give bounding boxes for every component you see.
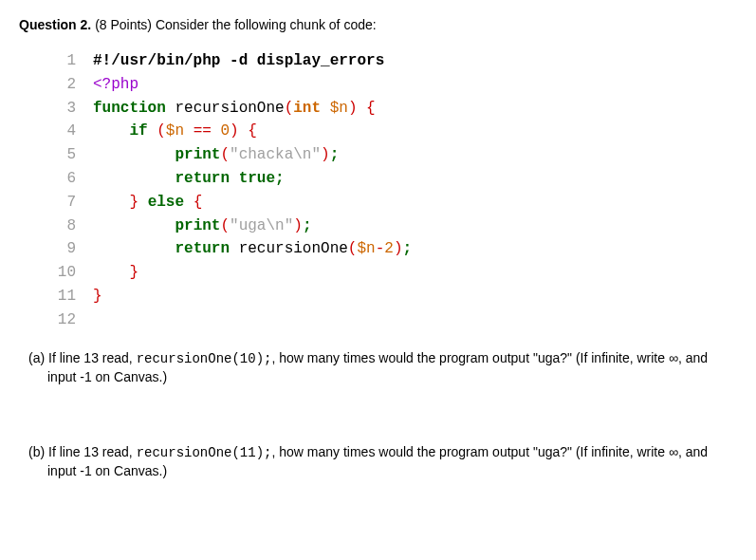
code-line: 7 } else { — [42, 191, 737, 215]
part-a-label: (a) — [28, 350, 45, 365]
code-line: 5 print("chacka\n"); — [42, 143, 737, 167]
part-b-label: (b) — [28, 444, 45, 459]
code-line: 2<?php — [42, 73, 737, 97]
code-line: 6 return true; — [42, 167, 737, 191]
line-number: 3 — [42, 97, 93, 121]
question-points: (8 Points) — [95, 17, 156, 32]
question-header: Question 2. (8 Points) Consider the foll… — [19, 17, 737, 32]
code-line: 11} — [42, 285, 737, 308]
code-line: 8 print("uga\n"); — [42, 215, 737, 238]
code-content: function recursionOne(int $n) { — [93, 97, 376, 121]
code-content: <?php — [93, 73, 138, 97]
code-line: 3function recursionOne(int $n) { — [42, 97, 737, 121]
code-content: } — [93, 285, 102, 308]
code-content: return recursionOne($n-2); — [93, 237, 412, 261]
line-number: 4 — [42, 120, 93, 143]
line-number: 7 — [42, 191, 93, 215]
line-number: 12 — [42, 308, 93, 330]
part-a-pre: If line 13 read, — [48, 350, 137, 365]
code-content: } — [93, 261, 138, 285]
line-number: 5 — [42, 143, 93, 167]
code-content: if ($n == 0) { — [93, 120, 257, 143]
code-line: 10 } — [42, 261, 737, 285]
code-content: print("uga\n"); — [93, 215, 311, 238]
line-number: 6 — [42, 167, 93, 191]
part-a-code: recursionOne(10); — [137, 351, 272, 366]
code-block: 1#!/usr/bin/php -d display_errors2<?php3… — [42, 49, 737, 330]
code-content — [93, 308, 102, 330]
code-line: 9 return recursionOne($n-2); — [42, 237, 737, 261]
code-line: 12 — [42, 308, 737, 330]
question-intro: Consider the following chunk of code: — [156, 17, 377, 32]
line-number: 8 — [42, 215, 93, 238]
line-number: 1 — [42, 49, 93, 73]
part-b: (b) If line 13 read, recursionOne(11);, … — [28, 443, 737, 480]
part-b-code: recursionOne(11); — [137, 445, 272, 460]
code-content: } else { — [93, 191, 202, 215]
code-content: print("chacka\n"); — [93, 143, 339, 167]
code-line: 1#!/usr/bin/php -d display_errors — [42, 49, 737, 73]
code-content: return true; — [93, 167, 285, 191]
line-number: 2 — [42, 73, 93, 97]
question-number: Question 2. — [19, 17, 91, 32]
code-line: 4 if ($n == 0) { — [42, 120, 737, 143]
line-number: 11 — [42, 285, 93, 308]
part-a: (a) If line 13 read, recursionOne(10);, … — [28, 349, 737, 386]
code-content: #!/usr/bin/php -d display_errors — [93, 49, 384, 73]
part-b-pre: If line 13 read, — [48, 444, 137, 459]
line-number: 10 — [42, 261, 93, 285]
line-number: 9 — [42, 237, 93, 261]
